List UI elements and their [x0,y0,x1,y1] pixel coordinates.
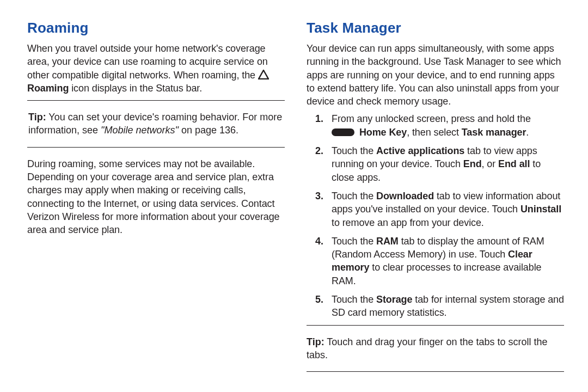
task-manager-intro: Your device can run apps simultaneously,… [307,42,564,108]
task-manager-heading: Task Manager [307,20,564,36]
roaming-intro-bold: Roaming [27,83,69,94]
step-5: Touch the Storage tab for internal syste… [332,293,564,320]
divider [27,100,285,101]
step1-c: . [526,127,529,138]
tip-link-text: "Mobile networks" [101,125,179,136]
step2-c: , or [482,158,499,169]
tip-label: Tip: [28,112,46,122]
right-column: Task Manager Your device can run apps si… [307,20,564,378]
manual-page: Roaming When you travel outside your hom… [0,0,588,392]
tip-text: Touch and drag your finger on the tabs t… [307,336,548,360]
divider [27,147,285,148]
tip-text-c: on page 136. [179,125,238,136]
step4-a: Touch the [332,236,376,247]
roaming-intro-text-a: When you travel outside your home networ… [27,43,268,81]
step5-a: Touch the [332,294,376,305]
step3-un: Uninstall [520,204,561,215]
step2-endall: End all [498,158,530,169]
step1-b: , then select [407,127,462,138]
roaming-intro: When you travel outside your home networ… [27,42,285,95]
step-2: Touch the Active applications tab to vie… [332,144,564,184]
roaming-tip: Tip: You can set your device's roaming b… [27,111,285,137]
step-3: Touch the Downloaded tab to view informa… [332,189,564,229]
roaming-triangle-icon [258,70,269,79]
step1-tm: Task manager [462,127,526,138]
divider [307,371,564,372]
step1-a: From any unlocked screen, press and hold… [332,113,531,124]
page-footer: Getting Started 15 [27,378,564,392]
roaming-intro-text-c: icon displays in the Status bar. [69,83,202,94]
roaming-heading: Roaming [27,20,285,36]
roaming-details: During roaming, some services may not be… [27,157,285,237]
step-4: Touch the RAM tab to display the amount … [332,235,564,287]
tip-label: Tip: [307,336,324,347]
step1-home: Home Key [359,127,407,138]
step5-storage: Storage [376,294,412,305]
left-column: Roaming When you travel outside your hom… [27,20,285,378]
divider [307,325,564,326]
home-key-icon [332,128,354,136]
step2-end: End [463,158,482,169]
step3-dl: Downloaded [376,191,434,201]
two-column-layout: Roaming When you travel outside your hom… [27,20,564,378]
step-1: From any unlocked screen, press and hold… [332,112,564,139]
step2-active: Active applications [376,145,464,156]
step3-a: Touch the [332,191,376,201]
task-manager-tip: Tip: Touch and drag your finger on the t… [307,335,564,362]
step4-ram: RAM [376,236,399,247]
step3-c: to remove an app from your device. [332,217,484,228]
task-manager-steps: From any unlocked screen, press and hold… [307,112,564,319]
step2-a: Touch the [332,145,376,156]
